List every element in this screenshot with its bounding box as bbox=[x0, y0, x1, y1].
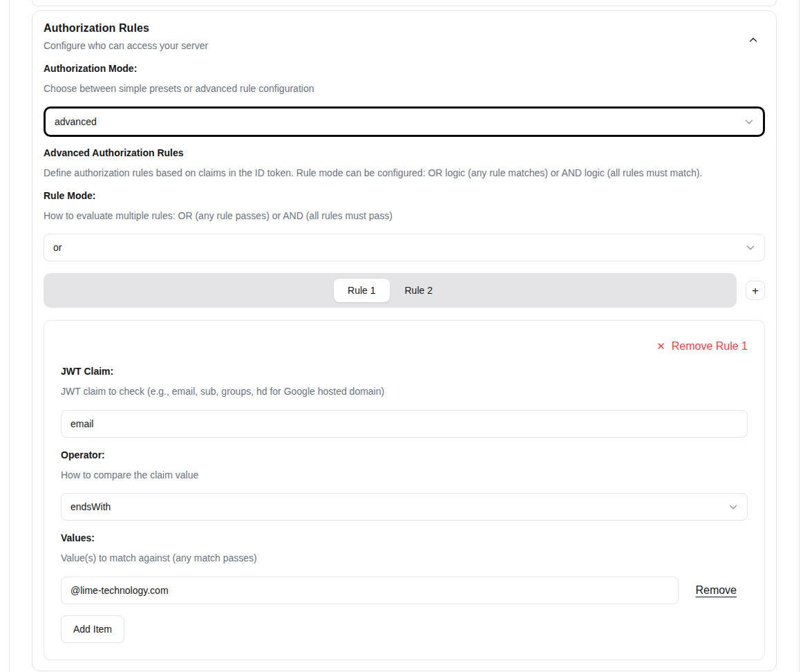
page-title: Authorization Rules bbox=[44, 21, 208, 35]
jwt-claim-description: JWT claim to check (e.g., email, sub, gr… bbox=[61, 385, 748, 398]
previous-card-edge bbox=[32, 0, 777, 6]
card-header: Authorization Rules Configure who can ac… bbox=[44, 21, 765, 52]
remove-value-link[interactable]: Remove bbox=[695, 584, 737, 597]
collapse-section-button[interactable] bbox=[744, 31, 762, 49]
chevron-down-icon bbox=[744, 117, 754, 127]
operator-description: How to compare the claim value bbox=[61, 469, 748, 481]
values-label: Values: bbox=[61, 532, 748, 544]
rule-mode-description: How to evaluate multiple rules: OR (any … bbox=[44, 209, 765, 222]
advanced-rules-heading: Advanced Authorization Rules bbox=[44, 147, 765, 159]
operator-select[interactable]: endsWith bbox=[61, 493, 748, 521]
tab-rule-1[interactable]: Rule 1 bbox=[334, 279, 389, 302]
rule-mode-label: Rule Mode: bbox=[44, 189, 765, 202]
remove-rule-row: ✕ Remove Rule 1 bbox=[61, 339, 748, 354]
authorization-mode-select[interactable]: advanced bbox=[44, 106, 765, 137]
page-subtitle: Configure who can access your server bbox=[44, 39, 208, 52]
rule-1-card: ✕ Remove Rule 1 JWT Claim: JWT claim to … bbox=[44, 320, 765, 660]
jwt-claim-input[interactable] bbox=[61, 410, 748, 438]
remove-rule-button[interactable]: ✕ Remove Rule 1 bbox=[656, 339, 748, 354]
add-item-button[interactable]: Add Item bbox=[61, 615, 124, 643]
operator-label: Operator: bbox=[61, 449, 748, 461]
value-item-row: Remove bbox=[61, 577, 748, 604]
tab-rule-2[interactable]: Rule 2 bbox=[391, 279, 446, 302]
authorization-rules-card: Authorization Rules Configure who can ac… bbox=[32, 10, 777, 671]
close-icon: ✕ bbox=[656, 339, 665, 354]
card-header-text: Authorization Rules Configure who can ac… bbox=[44, 21, 208, 52]
operator-value: endsWith bbox=[70, 501, 111, 512]
values-description: Value(s) to match against (any match pas… bbox=[61, 552, 748, 564]
remove-rule-label: Remove Rule 1 bbox=[672, 339, 748, 354]
chevron-down-icon bbox=[746, 243, 755, 252]
authorization-mode-label: Authorization Mode: bbox=[44, 62, 765, 75]
jwt-claim-label: JWT Claim: bbox=[61, 365, 748, 377]
rule-tab-list: Rule 1 Rule 2 bbox=[44, 273, 737, 308]
authorization-mode-description: Choose between simple presets or advance… bbox=[44, 82, 765, 95]
plus-icon: + bbox=[752, 285, 759, 297]
settings-panel: Authorization Rules Configure who can ac… bbox=[9, 0, 800, 672]
rule-mode-value: or bbox=[53, 242, 62, 253]
chevron-up-icon bbox=[748, 35, 758, 45]
rule-mode-select[interactable]: or bbox=[44, 234, 765, 261]
rule-tabs-row: Rule 1 Rule 2 + bbox=[44, 273, 765, 308]
add-rule-button[interactable]: + bbox=[746, 281, 765, 300]
value-input[interactable] bbox=[61, 577, 679, 604]
chevron-down-icon bbox=[728, 502, 738, 512]
advanced-rules-description: Define authorization rules based on clai… bbox=[44, 167, 765, 179]
authorization-mode-value: advanced bbox=[55, 116, 97, 127]
